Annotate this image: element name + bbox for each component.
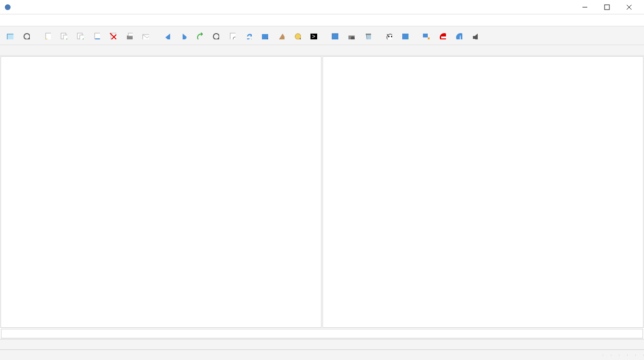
toolbar-fullscreen-button[interactable]	[257, 28, 272, 43]
svg-point-0	[5, 4, 11, 10]
svg-point-39	[388, 36, 390, 37]
menu-extra[interactable]	[60, 19, 71, 22]
svg-rect-5	[7, 34, 13, 39]
toolbar: > i	[0, 26, 644, 45]
svg-rect-33	[332, 34, 338, 39]
svg-rect-48	[441, 36, 446, 38]
svg-rect-2	[605, 5, 609, 10]
status-ram-free	[611, 354, 619, 356]
menu-edit[interactable]	[25, 19, 37, 22]
menubar	[0, 14, 644, 26]
toolbar-desktop-button[interactable]	[327, 28, 342, 43]
function-keys-bar	[0, 339, 644, 349]
toolbar-find-button[interactable]	[208, 28, 223, 43]
svg-text:i: i	[459, 35, 461, 39]
toolbar-rename-button[interactable]	[88, 28, 104, 43]
menu-switch-list[interactable]	[619, 19, 631, 22]
svg-line-30	[300, 38, 301, 39]
menu-left[interactable]	[2, 19, 13, 22]
toolbar-search-button[interactable]	[18, 28, 34, 43]
app-icon	[4, 3, 12, 11]
svg-rect-45	[423, 34, 428, 37]
toolbar-info-button[interactable]: i	[451, 28, 466, 43]
toolbar-move-button[interactable]	[72, 28, 87, 43]
svg-rect-43	[402, 34, 409, 39]
toolbar-camera-button[interactable]	[343, 28, 359, 43]
toolbar-mail-button[interactable]	[137, 28, 153, 43]
close-button[interactable]	[618, 0, 640, 14]
toolbar-terminal-button[interactable]: >	[306, 28, 321, 43]
status-time	[628, 354, 636, 356]
svg-line-24	[218, 38, 219, 39]
status-disk-free	[603, 354, 611, 356]
svg-rect-21	[128, 33, 133, 36]
svg-line-7	[29, 38, 30, 39]
svg-rect-8	[46, 33, 51, 39]
toolbar-virus-button[interactable]	[381, 28, 396, 43]
toolbar-trash-button[interactable]	[359, 28, 375, 43]
toolbar-delete-button[interactable]	[105, 28, 120, 43]
svg-rect-13	[80, 35, 84, 39]
toolbar-pyramid-icon[interactable]	[273, 28, 288, 43]
svg-rect-37	[366, 34, 371, 35]
toolbar-block-button[interactable]	[434, 28, 450, 43]
toolbar-zoom-button[interactable]	[289, 28, 305, 43]
toolbar-monitor-button[interactable]	[397, 28, 412, 43]
menu-disk[interactable]	[37, 19, 48, 22]
status-resize-grip[interactable]	[636, 354, 644, 356]
svg-rect-10	[63, 35, 67, 39]
toolbar-copy-button[interactable]	[56, 28, 71, 43]
command-line[interactable]	[1, 329, 643, 338]
toolbar-print-button[interactable]	[121, 28, 136, 43]
toolbar-refresh-button[interactable]	[191, 28, 207, 43]
status-bar	[0, 349, 644, 360]
maximize-button[interactable]	[596, 0, 618, 14]
svg-text:>: >	[312, 33, 315, 39]
toolbar-forward-button[interactable]	[175, 28, 190, 43]
toolbar-back-button[interactable]	[159, 28, 174, 43]
svg-rect-16	[95, 38, 100, 39]
menu-view[interactable]	[48, 19, 60, 22]
status-selection	[0, 354, 603, 356]
toolbar-find-file-button[interactable]	[224, 28, 239, 43]
left-panel	[0, 56, 322, 328]
toolbar-edit-button[interactable]	[39, 28, 55, 43]
menu-right[interactable]	[83, 19, 94, 22]
minimize-button[interactable]	[574, 0, 596, 14]
right-panel	[322, 56, 644, 328]
toolbar-sound-button[interactable]	[467, 28, 483, 43]
menu-file[interactable]	[13, 19, 25, 22]
drive-bar	[0, 45, 644, 56]
toolbar-network-button[interactable]	[418, 28, 433, 43]
svg-rect-27	[262, 34, 268, 39]
menu-help[interactable]	[631, 19, 642, 22]
toolbar-new-button[interactable]	[2, 28, 17, 43]
svg-rect-46	[428, 37, 430, 39]
svg-rect-25	[230, 33, 235, 39]
titlebar	[0, 0, 644, 14]
menu-options[interactable]	[71, 19, 83, 22]
toolbar-sync-button[interactable]	[240, 28, 256, 43]
svg-point-47	[440, 33, 446, 39]
status-date	[619, 354, 628, 356]
